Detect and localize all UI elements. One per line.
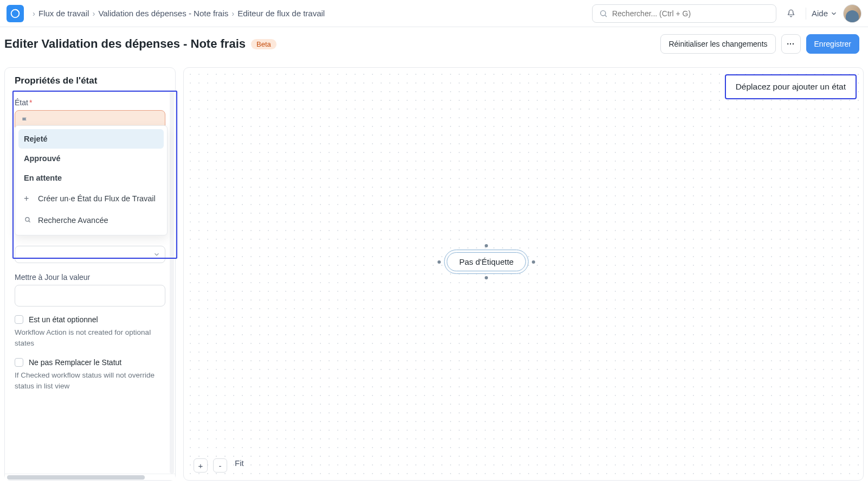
state-create-new[interactable]: + Créer un·e État du Flux de Travail [18, 188, 164, 209]
state-option-en-attente[interactable]: En attente [18, 168, 164, 188]
optional-state-help: Workflow Action is not created for optio… [15, 327, 165, 349]
state-advanced-label: Recherche Avancée [38, 215, 108, 226]
global-search[interactable] [592, 4, 776, 23]
more-menu-button[interactable]: ··· [781, 34, 801, 54]
plus-icon: + [24, 194, 31, 203]
update-value-label: Mettre à Jour la valeur [15, 273, 165, 282]
search-input[interactable] [612, 9, 769, 18]
help-menu[interactable]: Aide [812, 9, 838, 18]
update-value-input[interactable] [15, 285, 165, 307]
breadcrumb-item[interactable]: Validation des dépenses - Note frais [98, 9, 228, 18]
notifications-button[interactable] [782, 4, 800, 23]
node-handle-north[interactable] [485, 244, 488, 247]
state-option-rejete[interactable]: Rejeté [18, 129, 164, 149]
optional-state-label: Est un état optionnel [29, 315, 98, 324]
doc-status-select[interactable] [15, 246, 165, 263]
page-title: Editer Validation des dépenses - Note fr… [4, 37, 246, 51]
checkbox-icon[interactable] [15, 358, 23, 367]
zoom-out-button[interactable]: - [213, 458, 227, 473]
chevron-right-icon: › [232, 9, 234, 18]
state-dropdown: Rejeté Approuvé En attente + Créer un·e … [15, 125, 168, 235]
user-avatar[interactable] [843, 4, 861, 23]
save-button[interactable]: Enregistrer [806, 34, 859, 54]
beta-badge: Beta [251, 39, 277, 49]
svg-line-4 [29, 221, 30, 222]
node-handle-south[interactable] [485, 276, 488, 279]
chevron-right-icon: › [92, 9, 95, 18]
drag-to-add-state[interactable]: Déplacez pour ajouter un état [725, 74, 857, 99]
search-icon [599, 9, 608, 18]
workflow-node[interactable]: Pas d'Étiquette [444, 250, 529, 274]
svg-line-2 [605, 15, 607, 17]
panel-title: Propriétés de l'état [5, 68, 175, 91]
chevron-down-icon [153, 251, 160, 258]
state-advanced-search[interactable]: Recherche Avancée [18, 209, 164, 231]
help-label: Aide [812, 9, 828, 18]
chevron-down-icon [830, 10, 838, 17]
app-logo-icon [9, 8, 21, 20]
node-handle-east[interactable] [532, 260, 535, 264]
avatar-image [844, 5, 861, 22]
chevron-right-icon: › [33, 9, 35, 18]
svg-point-3 [25, 218, 29, 221]
breadcrumb-item[interactable]: Editeur de flux de travail [237, 9, 325, 18]
top-nav: › Flux de travail › Validation des dépen… [0, 0, 868, 27]
divider [806, 8, 806, 20]
panel-horizontal-scrollbar[interactable] [5, 474, 175, 480]
state-create-label: Créer un·e État du Flux de Travail [38, 193, 156, 204]
zoom-controls: + - Fit [194, 458, 246, 473]
workflow-canvas[interactable]: Déplacez pour ajouter un état Pas d'Étiq… [183, 67, 864, 481]
optional-state-checkbox-row[interactable]: Est un état optionnel [15, 315, 165, 324]
app-logo[interactable] [7, 5, 24, 22]
page-header: Editer Validation des dépenses - Note fr… [0, 27, 868, 61]
bell-icon [786, 9, 796, 18]
zoom-fit-button[interactable]: Fit [233, 458, 246, 473]
breadcrumb: › Flux de travail › Validation des dépen… [33, 9, 325, 18]
search-icon [24, 216, 31, 224]
zoom-in-button[interactable]: + [194, 458, 208, 473]
workflow-node-label: Pas d'Étiquette [447, 252, 526, 271]
override-status-label: Ne pas Remplacer le Statut [29, 358, 121, 367]
flag-icon [21, 116, 29, 125]
breadcrumb-item[interactable]: Flux de travail [38, 9, 89, 18]
reset-button[interactable]: Réinitialiser les changements [660, 34, 775, 54]
override-status-help: If Checked workflow status will not over… [15, 370, 165, 392]
svg-point-1 [601, 10, 606, 15]
state-option-approuve[interactable]: Approuvé [18, 149, 164, 168]
override-status-checkbox-row[interactable]: Ne pas Remplacer le Statut [15, 358, 165, 367]
node-handle-west[interactable] [438, 260, 441, 264]
ellipsis-icon: ··· [787, 40, 795, 48]
checkbox-icon[interactable] [15, 315, 23, 324]
state-field-label: État* [15, 98, 165, 107]
state-properties-panel: Propriétés de l'état État* Mettre à Jour… [4, 67, 176, 481]
